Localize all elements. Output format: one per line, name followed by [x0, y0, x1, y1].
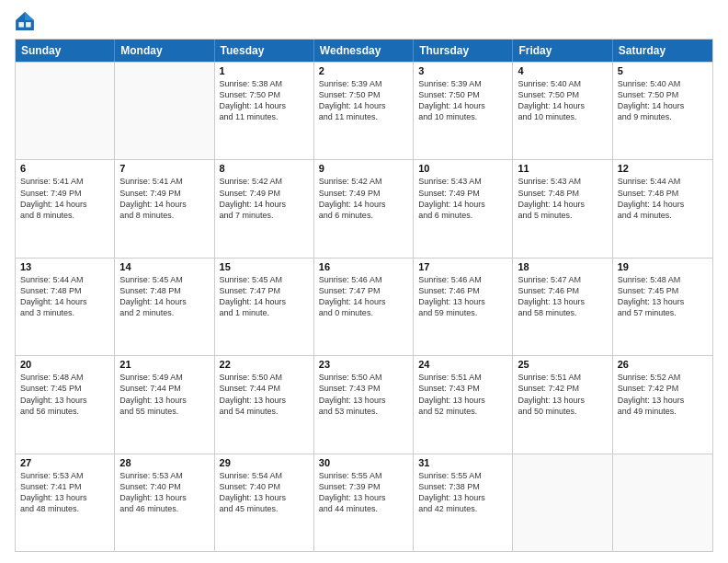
cell-info: Sunrise: 5:41 AM Sunset: 7:49 PM Dayligh…: [119, 176, 209, 221]
day-number: 13: [20, 261, 109, 272]
calendar-cell: 13Sunrise: 5:44 AM Sunset: 7:48 PM Dayli…: [16, 259, 115, 355]
calendar-cell: 17Sunrise: 5:46 AM Sunset: 7:46 PM Dayli…: [414, 259, 513, 355]
calendar-cell: 1Sunrise: 5:38 AM Sunset: 7:50 PM Daylig…: [215, 63, 314, 159]
day-number: 8: [220, 163, 309, 174]
cell-info: Sunrise: 5:48 AM Sunset: 7:45 PM Dayligh…: [20, 372, 109, 417]
calendar-cell: 7Sunrise: 5:41 AM Sunset: 7:49 PM Daylig…: [115, 160, 214, 257]
day-number: 7: [119, 163, 209, 174]
calendar-cell: 18Sunrise: 5:47 AM Sunset: 7:46 PM Dayli…: [513, 259, 612, 355]
calendar-cell: 11Sunrise: 5:43 AM Sunset: 7:48 PM Dayli…: [513, 160, 612, 257]
day-number: 19: [618, 261, 708, 272]
weekday-header-tuesday: Tuesday: [215, 40, 314, 62]
calendar-cell: 22Sunrise: 5:50 AM Sunset: 7:44 PM Dayli…: [215, 356, 314, 453]
day-number: 3: [418, 65, 507, 76]
calendar-row-4: 20Sunrise: 5:48 AM Sunset: 7:45 PM Dayli…: [16, 355, 712, 453]
cell-info: Sunrise: 5:41 AM Sunset: 7:49 PM Dayligh…: [20, 176, 109, 221]
day-number: 27: [20, 457, 109, 468]
day-number: 15: [220, 261, 309, 272]
day-number: 25: [518, 359, 607, 370]
cell-info: Sunrise: 5:42 AM Sunset: 7:49 PM Dayligh…: [319, 176, 408, 221]
calendar-cell: 5Sunrise: 5:40 AM Sunset: 7:50 PM Daylig…: [613, 63, 712, 159]
logo: [15, 11, 39, 31]
weekday-header-friday: Friday: [513, 40, 612, 62]
cell-info: Sunrise: 5:49 AM Sunset: 7:44 PM Dayligh…: [119, 372, 209, 417]
day-number: 29: [220, 457, 309, 468]
calendar-row-2: 6Sunrise: 5:41 AM Sunset: 7:49 PM Daylig…: [16, 159, 712, 257]
cell-info: Sunrise: 5:45 AM Sunset: 7:48 PM Dayligh…: [119, 274, 209, 319]
calendar-cell: 26Sunrise: 5:52 AM Sunset: 7:42 PM Dayli…: [613, 356, 712, 453]
header: [15, 11, 713, 31]
weekday-header-wednesday: Wednesday: [314, 40, 414, 62]
day-number: 28: [119, 457, 209, 468]
day-number: 26: [618, 359, 708, 370]
day-number: 6: [20, 163, 109, 174]
day-number: 16: [319, 261, 408, 272]
day-number: 17: [418, 261, 507, 272]
day-number: 5: [618, 65, 708, 76]
cell-info: Sunrise: 5:39 AM Sunset: 7:50 PM Dayligh…: [418, 78, 507, 123]
day-number: 14: [119, 261, 209, 272]
day-number: 21: [119, 359, 209, 370]
cell-info: Sunrise: 5:38 AM Sunset: 7:50 PM Dayligh…: [220, 78, 309, 123]
day-number: 20: [20, 359, 109, 370]
cell-info: Sunrise: 5:50 AM Sunset: 7:43 PM Dayligh…: [319, 372, 408, 417]
calendar-cell: 29Sunrise: 5:54 AM Sunset: 7:40 PM Dayli…: [215, 454, 314, 551]
day-number: 24: [418, 359, 507, 370]
day-number: 22: [220, 359, 309, 370]
calendar-cell: [613, 454, 712, 551]
weekday-header-monday: Monday: [115, 40, 214, 62]
page: SundayMondayTuesdayWednesdayThursdayFrid…: [0, 0, 728, 563]
calendar-body: 1Sunrise: 5:38 AM Sunset: 7:50 PM Daylig…: [16, 62, 712, 551]
day-number: 10: [418, 163, 507, 174]
cell-info: Sunrise: 5:52 AM Sunset: 7:42 PM Dayligh…: [618, 372, 708, 417]
cell-info: Sunrise: 5:44 AM Sunset: 7:48 PM Dayligh…: [20, 274, 109, 319]
cell-info: Sunrise: 5:47 AM Sunset: 7:46 PM Dayligh…: [518, 274, 607, 319]
calendar-cell: 21Sunrise: 5:49 AM Sunset: 7:44 PM Dayli…: [115, 356, 214, 453]
day-number: 4: [518, 65, 607, 76]
calendar-cell: 4Sunrise: 5:40 AM Sunset: 7:50 PM Daylig…: [513, 63, 612, 159]
cell-info: Sunrise: 5:55 AM Sunset: 7:38 PM Dayligh…: [418, 470, 507, 515]
day-number: 23: [319, 359, 408, 370]
calendar-cell: 27Sunrise: 5:53 AM Sunset: 7:41 PM Dayli…: [16, 454, 115, 551]
calendar-cell: 14Sunrise: 5:45 AM Sunset: 7:48 PM Dayli…: [115, 259, 214, 355]
cell-info: Sunrise: 5:43 AM Sunset: 7:48 PM Dayligh…: [518, 176, 607, 221]
cell-info: Sunrise: 5:50 AM Sunset: 7:44 PM Dayligh…: [220, 372, 309, 417]
calendar-cell: 31Sunrise: 5:55 AM Sunset: 7:38 PM Dayli…: [414, 454, 513, 551]
calendar-header-row: SundayMondayTuesdayWednesdayThursdayFrid…: [16, 40, 712, 62]
calendar-cell: 28Sunrise: 5:53 AM Sunset: 7:40 PM Dayli…: [115, 454, 214, 551]
calendar-cell: 12Sunrise: 5:44 AM Sunset: 7:48 PM Dayli…: [613, 160, 712, 257]
day-number: 30: [319, 457, 408, 468]
calendar-cell: 24Sunrise: 5:51 AM Sunset: 7:43 PM Dayli…: [414, 356, 513, 453]
calendar-cell: 25Sunrise: 5:51 AM Sunset: 7:42 PM Dayli…: [513, 356, 612, 453]
cell-info: Sunrise: 5:46 AM Sunset: 7:47 PM Dayligh…: [319, 274, 408, 319]
svg-rect-3: [26, 22, 30, 28]
svg-marker-1: [25, 12, 34, 20]
calendar-row-3: 13Sunrise: 5:44 AM Sunset: 7:48 PM Dayli…: [16, 258, 712, 355]
weekday-header-saturday: Saturday: [613, 40, 712, 62]
calendar-cell: 20Sunrise: 5:48 AM Sunset: 7:45 PM Dayli…: [16, 356, 115, 453]
weekday-header-thursday: Thursday: [414, 40, 513, 62]
calendar-cell: [16, 63, 115, 159]
day-number: 12: [618, 163, 708, 174]
day-number: 11: [518, 163, 607, 174]
logo-icon: [15, 11, 35, 31]
calendar-cell: 15Sunrise: 5:45 AM Sunset: 7:47 PM Dayli…: [215, 259, 314, 355]
calendar-cell: 30Sunrise: 5:55 AM Sunset: 7:39 PM Dayli…: [314, 454, 414, 551]
calendar-cell: 16Sunrise: 5:46 AM Sunset: 7:47 PM Dayli…: [314, 259, 414, 355]
calendar-cell: 23Sunrise: 5:50 AM Sunset: 7:43 PM Dayli…: [314, 356, 414, 453]
cell-info: Sunrise: 5:46 AM Sunset: 7:46 PM Dayligh…: [418, 274, 507, 319]
svg-rect-2: [18, 22, 24, 28]
day-number: 18: [518, 261, 607, 272]
calendar-row-5: 27Sunrise: 5:53 AM Sunset: 7:41 PM Dayli…: [16, 454, 712, 551]
cell-info: Sunrise: 5:51 AM Sunset: 7:42 PM Dayligh…: [518, 372, 607, 417]
calendar-cell: 8Sunrise: 5:42 AM Sunset: 7:49 PM Daylig…: [215, 160, 314, 257]
calendar-row-1: 1Sunrise: 5:38 AM Sunset: 7:50 PM Daylig…: [16, 62, 712, 159]
cell-info: Sunrise: 5:42 AM Sunset: 7:49 PM Dayligh…: [220, 176, 309, 221]
calendar-cell: 3Sunrise: 5:39 AM Sunset: 7:50 PM Daylig…: [414, 63, 513, 159]
cell-info: Sunrise: 5:44 AM Sunset: 7:48 PM Dayligh…: [618, 176, 708, 221]
cell-info: Sunrise: 5:40 AM Sunset: 7:50 PM Dayligh…: [518, 78, 607, 123]
calendar-cell: 10Sunrise: 5:43 AM Sunset: 7:49 PM Dayli…: [414, 160, 513, 257]
day-number: 9: [319, 163, 408, 174]
weekday-header-sunday: Sunday: [16, 40, 115, 62]
cell-info: Sunrise: 5:43 AM Sunset: 7:49 PM Dayligh…: [418, 176, 507, 221]
